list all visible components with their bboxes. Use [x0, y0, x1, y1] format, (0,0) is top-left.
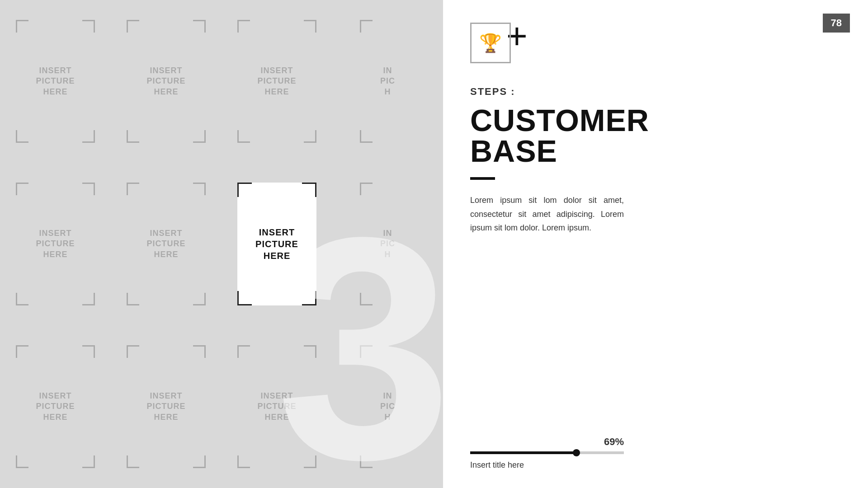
placeholder-text-0: INSERTPICTUREHERE [36, 66, 75, 97]
picture-cell-8: INSERTPICTUREHERE [0, 325, 111, 488]
picture-cell-1: INSERTPICTUREHERE [111, 0, 222, 163]
icon-area: 🏆 + [470, 23, 841, 63]
progress-section: 69% Insert title here [470, 436, 841, 470]
trophy-box: 🏆 [470, 23, 511, 63]
progress-bar[interactable] [470, 451, 624, 454]
progress-dot [573, 449, 580, 456]
picture-cell-3: INPICH [332, 0, 443, 163]
progress-percent-label: 69% [470, 436, 624, 448]
picture-placeholder-3: INPICH [360, 20, 415, 143]
placeholder-text-10: INSERTPICTUREHERE [257, 391, 296, 422]
placeholder-text-5: INSERTPICTUREHERE [146, 228, 185, 260]
placeholder-text-4: INSERTPICTUREHERE [36, 228, 75, 260]
placeholder-text-7: INPICH [380, 228, 395, 260]
placeholder-text-9: INSERTPICTUREHERE [146, 391, 185, 422]
picture-placeholder-11: INPICH [360, 345, 415, 468]
picture-cell-11: INPICH [332, 325, 443, 488]
progress-title: Insert title here [470, 460, 841, 470]
picture-placeholder-4: INSERTPICTUREHERE [16, 183, 94, 305]
picture-placeholder-7: INPICH [360, 183, 415, 305]
picture-cell-7: INPICH [332, 163, 443, 325]
picture-cell-featured: INSERTPICTUREHERE [222, 163, 332, 325]
picture-cell-2: INSERTPICTUREHERE [222, 0, 332, 163]
picture-placeholder-10: INSERTPICTUREHERE [237, 345, 316, 468]
picture-cell-5: INSERTPICTUREHERE [111, 163, 222, 325]
body-text: Lorem ipsum sit lom dolor sit amet, cons… [470, 193, 624, 235]
placeholder-text-3: INPICH [380, 66, 395, 97]
picture-placeholder-8: INSERTPICTUREHERE [16, 345, 94, 468]
trophy-icon: 🏆 [479, 33, 502, 54]
picture-cell-9: INSERTPICTUREHERE [111, 325, 222, 488]
left-panel: INSERTPICTUREHERE INSERTPICTUREHERE INSE… [0, 0, 443, 488]
picture-placeholder-9: INSERTPICTUREHERE [127, 345, 205, 468]
placeholder-text-featured: INSERTPICTUREHERE [255, 226, 298, 262]
placeholder-text-8: INSERTPICTUREHERE [36, 391, 75, 422]
picture-placeholder-1: INSERTPICTUREHERE [127, 20, 205, 143]
title-divider [470, 177, 495, 180]
picture-cell-4: INSERTPICTUREHERE [0, 163, 111, 325]
progress-bar-fill [470, 451, 576, 454]
picture-placeholder-featured: INSERTPICTUREHERE [237, 183, 316, 305]
picture-cell-10: INSERTPICTUREHERE [222, 325, 332, 488]
picture-cell-0: INSERTPICTUREHERE [0, 0, 111, 163]
picture-grid: INSERTPICTUREHERE INSERTPICTUREHERE INSE… [0, 0, 443, 488]
picture-placeholder-0: INSERTPICTUREHERE [16, 20, 94, 143]
placeholder-text-1: INSERTPICTUREHERE [146, 66, 185, 97]
right-panel: 78 🏆 + STEPS : CUSTOMER BASE Lorem ipsum… [443, 0, 868, 488]
placeholder-text-11: INPICH [380, 391, 395, 422]
picture-placeholder-2: INSERTPICTUREHERE [237, 20, 316, 143]
main-title: CUSTOMER BASE [470, 105, 841, 166]
placeholder-text-2: INSERTPICTUREHERE [257, 66, 296, 97]
picture-placeholder-5: INSERTPICTUREHERE [127, 183, 205, 305]
steps-label: STEPS : [470, 86, 841, 98]
page-number-badge: 78 [823, 14, 850, 33]
